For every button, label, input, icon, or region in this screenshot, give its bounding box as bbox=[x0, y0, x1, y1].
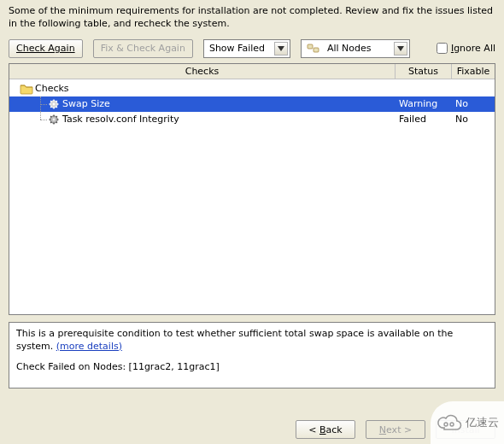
ignore-all-input[interactable] bbox=[437, 43, 448, 54]
row-status: Warning bbox=[396, 98, 452, 109]
svg-point-21 bbox=[53, 118, 56, 120]
chevron-down-icon bbox=[274, 42, 288, 56]
tree-root-row[interactable]: Checks bbox=[9, 81, 495, 96]
gear-icon bbox=[47, 98, 61, 110]
check-again-button[interactable]: Check Again bbox=[9, 39, 83, 58]
svg-line-17 bbox=[50, 116, 51, 117]
tree-root-label: Checks bbox=[35, 83, 69, 94]
next-button: Next > bbox=[366, 420, 425, 439]
all-nodes-dropdown[interactable]: All Nodes bbox=[301, 39, 410, 58]
checks-grid: Checks Status Fixable Checks bbox=[9, 63, 495, 315]
table-row[interactable]: Task resolv.conf Integrity Failed No bbox=[9, 112, 495, 127]
more-details-link[interactable]: (more details) bbox=[56, 341, 122, 352]
svg-line-8 bbox=[56, 106, 57, 107]
nav-buttons: < Back Next > Install bbox=[296, 420, 495, 439]
nodes-icon bbox=[307, 43, 320, 55]
folder-icon bbox=[20, 83, 33, 95]
row-label: Swap Size bbox=[62, 98, 110, 109]
header-status[interactable]: Status bbox=[396, 64, 452, 79]
detail-nodes: Check Failed on Nodes: [11grac2, 11grac1… bbox=[16, 361, 488, 374]
svg-rect-0 bbox=[308, 44, 313, 49]
header-fixable[interactable]: Fixable bbox=[452, 64, 495, 79]
table-row[interactable]: Swap Size Warning No bbox=[9, 96, 495, 112]
all-nodes-label: All Nodes bbox=[327, 43, 389, 54]
detail-text: This is a prerequisite condition to test… bbox=[16, 328, 488, 353]
row-status: Failed bbox=[396, 114, 452, 125]
detail-panel: This is a prerequisite condition to test… bbox=[9, 322, 495, 388]
warning-message: Some of the minimum requirements for ins… bbox=[9, 5, 495, 31]
row-fixable: No bbox=[452, 114, 495, 125]
svg-line-10 bbox=[50, 106, 51, 107]
show-failed-dropdown[interactable]: Show Failed bbox=[203, 39, 290, 58]
grid-header: Checks Status Fixable bbox=[9, 64, 495, 79]
row-fixable: No bbox=[452, 98, 495, 109]
chevron-down-icon bbox=[394, 42, 407, 56]
row-label: Task resolv.conf Integrity bbox=[62, 114, 179, 125]
svg-rect-1 bbox=[314, 48, 319, 52]
show-failed-label: Show Failed bbox=[209, 43, 269, 54]
header-checks[interactable]: Checks bbox=[9, 64, 396, 79]
fix-check-again-button: Fix & Check Again bbox=[93, 39, 193, 58]
svg-line-7 bbox=[50, 101, 51, 102]
svg-line-20 bbox=[50, 121, 51, 122]
grid-body: Checks Swap Size bbox=[9, 79, 495, 314]
svg-line-19 bbox=[56, 116, 57, 117]
ignore-all-label: Ignore All bbox=[451, 43, 495, 54]
back-button[interactable]: < Back bbox=[296, 420, 355, 439]
gear-icon bbox=[47, 114, 61, 126]
ignore-all-checkbox[interactable]: Ignore All bbox=[437, 43, 495, 54]
install-button: Install bbox=[436, 420, 495, 439]
svg-line-9 bbox=[56, 101, 57, 102]
toolbar: Check Again Fix & Check Again Show Faile… bbox=[9, 39, 495, 58]
svg-line-18 bbox=[56, 121, 57, 122]
svg-point-11 bbox=[53, 102, 56, 105]
